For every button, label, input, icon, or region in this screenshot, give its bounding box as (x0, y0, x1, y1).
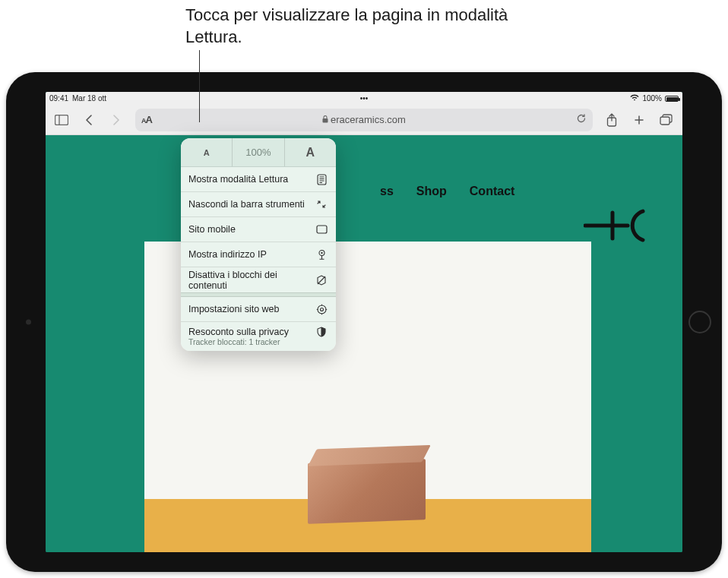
menu-item-disable-blockers[interactable]: Disattiva i blocchi dei contenuti (181, 267, 336, 292)
menu-item-privacy-report[interactable]: Resoconto sulla privacy Tracker bloccati… (181, 322, 336, 351)
menu-label: Mostra modalità Lettura (188, 174, 288, 185)
privacy-sub: Tracker bloccati: 1 tracker (181, 337, 336, 351)
ip-icon (315, 248, 328, 261)
svg-rect-8 (318, 175, 326, 185)
forward-button[interactable] (108, 112, 125, 128)
menu-item-mobile-site[interactable]: Sito mobile (181, 217, 336, 242)
tabs-icon[interactable] (658, 112, 675, 128)
callout: Tocca per visualizzare la pagina in moda… (185, 5, 565, 48)
wifi-icon (630, 94, 639, 103)
svg-rect-5 (660, 117, 669, 125)
privacy-icon (315, 325, 328, 339)
address-text: eraceramics.com (157, 114, 571, 125)
front-camera (26, 320, 31, 325)
zoom-out-button[interactable]: A (181, 138, 233, 166)
nav-link-process[interactable]: ss (380, 185, 394, 198)
reader-icon (315, 172, 328, 186)
menu-label: Sito mobile (188, 224, 236, 235)
site-nav: ss Shop Contact (46, 176, 682, 207)
callout-text: Tocca per visualizzare la pagina in moda… (185, 5, 565, 48)
status-right: 100% (630, 94, 679, 103)
zoom-in-button[interactable]: A (285, 138, 336, 166)
menu-item-show-ip[interactable]: Mostra indirizzo IP (181, 242, 336, 267)
share-icon[interactable] (603, 112, 620, 128)
nav-link-contact[interactable]: Contact (470, 185, 515, 198)
menu-label: Impostazioni sito web (188, 304, 280, 314)
page-content: ss Shop Contact (46, 135, 682, 552)
menu-item-website-settings[interactable]: Impostazioni sito web (181, 297, 336, 322)
svg-rect-0 (55, 115, 68, 125)
site-logo[interactable] (584, 207, 652, 245)
menu-item-hide-toolbar[interactable]: Nascondi la barra strumenti (181, 192, 336, 217)
menu-item-reader[interactable]: Mostra modalità Lettura (181, 167, 336, 192)
menu-label: Mostra indirizzo IP (188, 249, 267, 260)
sidebar-icon[interactable] (53, 112, 70, 128)
menu-label: Nascondi la barra strumenti (188, 199, 305, 210)
svg-point-15 (321, 251, 322, 253)
address-bar[interactable]: AA eraceramics.com (135, 109, 593, 131)
menu-label: Disattiva i blocchi dei contenuti (188, 270, 315, 291)
back-button[interactable] (81, 112, 97, 128)
lock-icon (322, 115, 328, 125)
settings-icon (315, 302, 328, 316)
url-text: eraceramics.com (331, 114, 406, 125)
page-settings-button[interactable]: AA (141, 114, 152, 125)
zoom-row: A 100% A (181, 138, 336, 167)
mobile-site-icon (315, 223, 328, 236)
ipad-frame: 09:41 Mar 18 ott ••• 100% (6, 72, 722, 572)
page-settings-popover: A 100% A Mostra modalità Lettura Nascond… (181, 138, 336, 351)
collapse-icon (315, 197, 328, 211)
home-button[interactable] (688, 311, 711, 333)
safari-toolbar: AA eraceramics.com (46, 105, 682, 135)
menu-label: Resoconto sulla privacy (188, 327, 289, 337)
status-left: 09:41 Mar 18 ott (49, 94, 106, 103)
status-date: Mar 18 ott (72, 94, 106, 103)
status-time: 09:41 (49, 94, 68, 103)
status-bar: 09:41 Mar 18 ott ••• 100% (46, 92, 682, 105)
battery-icon (665, 96, 679, 102)
screen: 09:41 Mar 18 ott ••• 100% (46, 92, 682, 552)
blockers-off-icon (315, 273, 328, 287)
svg-rect-13 (317, 226, 327, 233)
reload-icon[interactable] (576, 113, 587, 126)
callout-leader-line (199, 50, 200, 122)
svg-rect-2 (322, 118, 328, 123)
svg-line-19 (318, 276, 325, 284)
new-tab-icon[interactable] (631, 112, 647, 128)
nav-link-shop[interactable]: Shop (416, 185, 447, 198)
svg-point-21 (320, 308, 323, 311)
svg-point-20 (318, 305, 326, 314)
battery-percent: 100% (642, 94, 662, 103)
zoom-level: 100% (233, 138, 284, 166)
brick-graphic (308, 459, 426, 523)
multitask-dots[interactable]: ••• (360, 94, 369, 103)
